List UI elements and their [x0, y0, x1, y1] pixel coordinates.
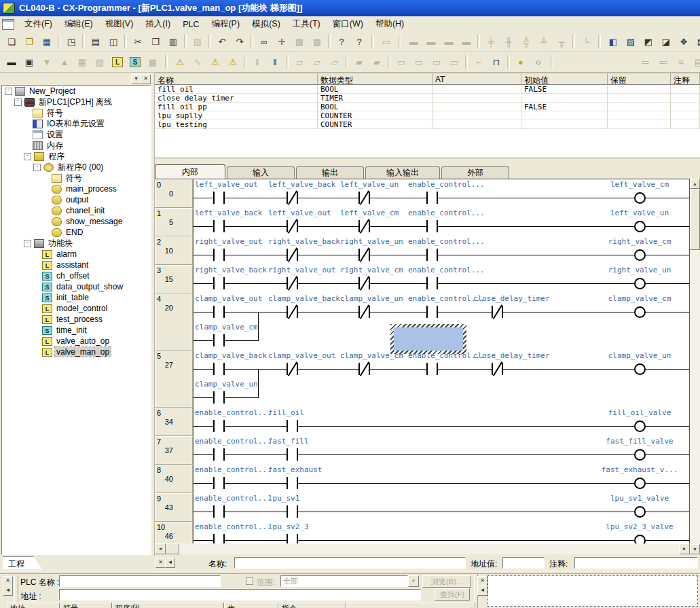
toolbar-button-project-window-icon[interactable]: ◧	[605, 33, 621, 50]
variable-cell[interactable]	[608, 111, 671, 120]
name-bar-close-button[interactable]: ✕	[155, 558, 166, 568]
output-coil[interactable]	[634, 421, 646, 432]
column-header-2[interactable]: 数据类型	[318, 73, 432, 85]
variable-cell[interactable]	[671, 103, 700, 111]
contact-no[interactable]	[211, 361, 227, 377]
variable-cell[interactable]	[432, 120, 521, 129]
scroll-right-button[interactable]: ►	[679, 543, 690, 554]
tree-item-io-[interactable]: IO表和单元设置	[2, 118, 150, 129]
tree-item-test_process[interactable]: Ltest_process	[2, 314, 150, 325]
variable-cell[interactable]	[671, 85, 700, 94]
result-pane-collapse-button[interactable]: ◄	[477, 586, 487, 596]
contact-no[interactable]	[424, 247, 441, 263]
toolbar-button-release-protection-icon[interactable]: ○	[530, 54, 547, 70]
variable-cell[interactable]	[671, 111, 700, 120]
contact-nc[interactable]	[356, 218, 373, 234]
column-header-4[interactable]: 初始值	[521, 73, 608, 85]
variable-cell[interactable]: FALSE	[521, 103, 608, 111]
scope-checkbox[interactable]	[246, 577, 253, 585]
variable-cell[interactable]: lpu_testing	[155, 120, 318, 129]
ladder-vertical-scrollbar[interactable]: ▲ ▼	[690, 179, 700, 554]
tree-item--[interactable]: 符号	[2, 173, 150, 183]
output-coil[interactable]	[634, 278, 646, 289]
tree-item--plc1-cp1h-[interactable]: -新PLC1[CP1H] 离线	[2, 96, 150, 107]
contact-no[interactable]	[211, 532, 227, 543]
variable-cell[interactable]	[521, 94, 608, 103]
tree-item-valve_man_op[interactable]: Lvalve_man_op	[2, 346, 150, 357]
contact-no[interactable]	[284, 446, 301, 463]
contact-nc[interactable]	[356, 361, 373, 377]
menu-item-insert[interactable]: 插入(I)	[139, 17, 177, 31]
toolbar-button-properties-window-icon[interactable]: ▤	[693, 33, 700, 50]
contact-nc[interactable]	[356, 190, 373, 206]
variable-cell[interactable]: COUNTER	[318, 120, 432, 129]
contact-nc[interactable]	[356, 304, 373, 320]
contact-no[interactable]	[424, 190, 441, 206]
toolbar-button-transfer-check-icon[interactable]: ⚠	[225, 54, 241, 70]
tree-item--0-00-[interactable]: -新程序0 (00)	[2, 162, 150, 173]
toolbar-button-set-protection-icon[interactable]: ●	[513, 54, 529, 70]
tree-item-main_process[interactable]: main_process	[2, 183, 150, 194]
variable-cell[interactable]	[432, 111, 521, 120]
contact-nc[interactable]	[356, 247, 373, 263]
tree-item-chanel_init[interactable]: chanel_init	[2, 205, 150, 216]
contact-no[interactable]	[211, 446, 227, 463]
contact-no[interactable]	[424, 304, 441, 320]
output-coil[interactable]	[634, 221, 646, 232]
variable-cell[interactable]: BOOL	[318, 103, 432, 111]
find-window-collapse-button[interactable]: ◄	[3, 586, 13, 596]
variable-cell[interactable]	[432, 85, 521, 94]
output-coil[interactable]	[634, 363, 646, 375]
tree-expander-icon[interactable]: -	[14, 99, 22, 106]
project-tab[interactable]: 工程	[3, 556, 42, 569]
variable-cell[interactable]: lpu_suplly	[155, 111, 318, 120]
tab-输入[interactable]: 输入	[227, 166, 295, 179]
contact-nc[interactable]	[284, 275, 301, 291]
toolbar-button-output-window-icon[interactable]: ❖	[676, 33, 692, 50]
toolbar-button-save-project-icon[interactable]: ▦	[39, 33, 55, 50]
tree-item-new_project[interactable]: -New_Project	[2, 86, 150, 96]
variable-cell[interactable]: close_delay_timer	[155, 94, 318, 103]
contact-nc[interactable]	[356, 275, 373, 291]
output-coil[interactable]	[634, 249, 646, 261]
mdi-child-window-icon[interactable]	[2, 19, 14, 30]
toolbar-button-compile-program-icon[interactable]: ⚠	[172, 54, 188, 70]
find-window-close-button[interactable]: ✕	[3, 576, 13, 586]
find-button[interactable]: 查找(F)	[435, 588, 470, 601]
contact-nc[interactable]	[490, 361, 506, 377]
tree-item--[interactable]: -功能块	[2, 238, 150, 249]
toolbar-button-print-icon[interactable]: ▤	[88, 33, 104, 50]
ladder-horizontal-scrollbar[interactable]: ◄ ►	[155, 543, 690, 554]
contact-no[interactable]	[211, 503, 227, 520]
variable-cell[interactable]: TIMER	[318, 94, 432, 103]
column-header-5[interactable]: 保留	[608, 73, 671, 85]
scroll-down-button[interactable]: ▼	[690, 544, 700, 554]
toolbar-button-new-fb-ladder-icon[interactable]: L	[109, 54, 126, 70]
toolbar-button-open-project-icon[interactable]: ❐	[21, 33, 37, 50]
contact-no[interactable]	[284, 418, 301, 434]
variable-row[interactable]: close_delay_timerTIMER	[155, 94, 700, 103]
scroll-up-button[interactable]: ▲	[690, 179, 700, 189]
tab-输出[interactable]: 输出	[296, 166, 364, 179]
toolbar-button-print-preview-icon[interactable]: ◫	[105, 33, 122, 50]
contact-no[interactable]	[211, 304, 227, 320]
contact-no[interactable]	[211, 389, 227, 406]
output-coil[interactable]	[634, 478, 646, 489]
toolbar-button-watch-window-icon[interactable]: ◩	[640, 33, 657, 50]
toolbar-button-copy-icon[interactable]: ❒	[147, 33, 164, 50]
address-input[interactable]	[59, 589, 421, 601]
output-coil[interactable]	[634, 192, 646, 204]
output-coil[interactable]	[634, 535, 646, 543]
variable-cell[interactable]	[432, 94, 521, 103]
menu-item-help[interactable]: 帮助(H)	[369, 17, 410, 31]
menu-item-plc[interactable]: PLC	[177, 18, 205, 31]
output-coil[interactable]	[634, 506, 646, 518]
tree-item-assistant[interactable]: Lassistant	[2, 260, 150, 270]
tree-item-alarm[interactable]: Lalarm	[2, 249, 150, 260]
column-header-3[interactable]: AT	[432, 73, 521, 85]
variable-row[interactable]: fill_oil_ppBOOLFALSE	[155, 103, 700, 111]
tab-输入输出[interactable]: 输入输出	[365, 166, 440, 179]
variable-cell[interactable]	[608, 94, 671, 103]
contact-no[interactable]	[284, 532, 301, 543]
menu-item-view[interactable]: 视图(V)	[99, 17, 140, 31]
